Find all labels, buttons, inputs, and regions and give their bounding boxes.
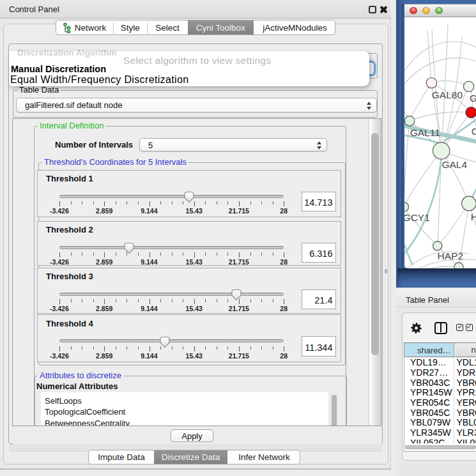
svg-text:GCY1: GCY1 xyxy=(404,212,430,223)
svg-text:GAL11: GAL11 xyxy=(410,127,440,138)
svg-text:GAL4: GAL4 xyxy=(441,159,467,170)
svg-text:GAL80: GAL80 xyxy=(432,89,463,100)
svg-text:HAP2: HAP2 xyxy=(438,250,464,261)
svg-text:H: H xyxy=(471,211,476,222)
svg-text:GA: GA xyxy=(470,93,476,104)
svg-text:C: C xyxy=(472,126,476,137)
